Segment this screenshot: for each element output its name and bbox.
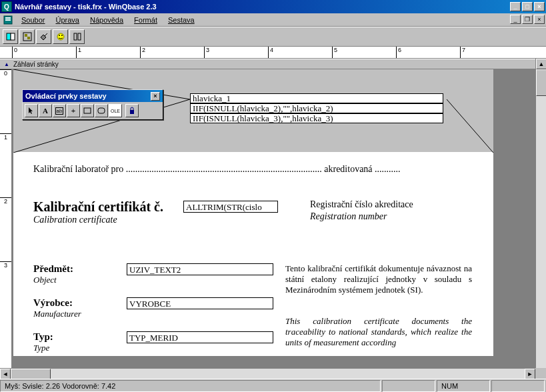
status-ins: [382, 380, 435, 392]
diag-right-icon: [447, 99, 493, 153]
svg-rect-17: [84, 108, 91, 113]
label-object[interactable]: Object: [33, 275, 57, 285]
menu-sestava[interactable]: Sestava: [163, 15, 200, 25]
statusbar: Myš: Svisle: 2.26 Vodorovně: 7.42 NUM: [0, 379, 546, 392]
tool-label[interactable]: A: [39, 104, 52, 117]
svg-rect-4: [11, 33, 15, 40]
mdi-minimize-button[interactable]: _: [510, 15, 521, 24]
scroll-right-button[interactable]: ►: [525, 369, 535, 379]
svg-rect-18: [98, 108, 105, 113]
menubar: Soubor Úprava Nápověda Formát Sestava _ …: [0, 13, 546, 27]
scroll-left-button[interactable]: ◄: [0, 369, 11, 379]
label-type[interactable]: Type: [33, 343, 49, 353]
text-para2[interactable]: This calibration certificate documents t…: [285, 316, 472, 348]
expr-hlavicka2[interactable]: IIF(ISNULL(hlavicka_2),"",hlavicka_2): [190, 103, 443, 113]
toolbar-layout-button[interactable]: [69, 29, 85, 44]
maximize-button[interactable]: □: [522, 2, 533, 11]
label-cert-sub[interactable]: Calibration certificate: [33, 215, 117, 225]
label-vyrobce[interactable]: Výrobce:: [33, 297, 73, 309]
label-cert-title[interactable]: Kalibrační certifikát č.: [33, 199, 163, 215]
toolbox-window[interactable]: Ovládací prvky sestavy × A ab + OLE: [22, 89, 163, 120]
toolbar-data-env-button[interactable]: [3, 29, 18, 44]
toolbar-color-button[interactable]: [53, 29, 68, 44]
tool-ole[interactable]: OLE: [109, 104, 122, 117]
svg-line-8: [45, 33, 47, 36]
tool-roundrect[interactable]: [95, 104, 108, 117]
scrollbar-horizontal[interactable]: ◄ ►: [0, 368, 535, 379]
close-button[interactable]: ×: [534, 2, 545, 11]
svg-rect-12: [74, 33, 77, 40]
toolbox-titlebar[interactable]: Ovládací prvky sestavy ×: [23, 90, 163, 102]
label-reg-sub[interactable]: Registration number: [310, 211, 387, 222]
label-typ[interactable]: Typ:: [33, 331, 53, 343]
field-uziv[interactable]: UZIV_TEXT2: [127, 263, 273, 275]
status-mouse: Myš: Svisle: 2.26 Vodorovně: 7.42: [0, 380, 381, 392]
field-cislo[interactable]: ALLTRIM(STR(cislo: [183, 201, 278, 213]
field-typ[interactable]: TYP_MERID: [127, 331, 273, 343]
expr-hlavicka3[interactable]: IIF(ISNULL(hlavicka_3),"",hlavicka_3): [190, 113, 443, 123]
svg-point-11: [61, 35, 63, 36]
text-para1[interactable]: Tento kalibrační certifikát dokumentuje …: [285, 263, 472, 295]
svg-rect-3: [7, 33, 11, 40]
mdi-close-button[interactable]: ×: [534, 15, 545, 24]
toolbar-tools-button[interactable]: [36, 29, 51, 44]
label-lab-pro[interactable]: Kalibrační laboratoř pro ...............…: [33, 164, 401, 175]
app-icon: Q: [1, 1, 12, 12]
menu-format[interactable]: Formát: [129, 15, 163, 25]
toolbar: [0, 27, 546, 47]
band-header-label: Záhlaví stránky: [13, 61, 59, 68]
svg-rect-19: [130, 110, 134, 114]
svg-rect-1: [5, 17, 11, 19]
report-icon: [3, 15, 13, 25]
label-manufacturer[interactable]: Manufacturer: [33, 309, 81, 319]
tool-rectangle[interactable]: [81, 104, 94, 117]
status-num: NUM: [437, 380, 490, 392]
scrollbar-vertical[interactable]: ▲ ▼: [535, 59, 546, 379]
scroll-corner: [535, 368, 546, 379]
scroll-v-thumb[interactable]: [536, 69, 546, 96]
svg-rect-2: [5, 19, 11, 21]
toolbox-close-button[interactable]: ×: [151, 92, 160, 101]
expr-hlavicka1[interactable]: hlavicka_1: [190, 93, 443, 103]
mdi-restore-button[interactable]: ❐: [522, 15, 533, 24]
band-arrow-icon: ▲: [4, 61, 9, 67]
tool-lock[interactable]: [125, 104, 139, 117]
toolbar-grouping-button[interactable]: [19, 29, 35, 44]
svg-point-10: [59, 35, 60, 36]
minimize-button[interactable]: _: [510, 2, 521, 11]
menu-uprava[interactable]: Úprava: [50, 15, 84, 25]
band-header[interactable]: ▲ Záhlaví stránky: [0, 59, 546, 69]
field-vyrobce[interactable]: VYROBCE: [127, 297, 273, 309]
label-reg-title[interactable]: Registrační číslo akreditace: [310, 199, 413, 210]
menu-soubor[interactable]: Soubor: [16, 15, 50, 25]
label-predmet[interactable]: Předmět:: [33, 263, 73, 275]
toolbox-title-text: Ovládací prvky sestavy: [25, 92, 107, 100]
svg-rect-7: [27, 37, 30, 39]
svg-rect-6: [25, 34, 27, 37]
tool-line[interactable]: +: [67, 104, 80, 117]
scroll-h-thumb[interactable]: [11, 369, 51, 379]
svg-rect-13: [78, 33, 81, 40]
menu-napoveda[interactable]: Nápověda: [85, 15, 129, 25]
titlebar-text: Návrhář sestavy - tisk.frx - WinQbase 2.…: [15, 3, 509, 11]
status-caps: [491, 380, 545, 392]
tool-field[interactable]: ab: [53, 104, 66, 117]
titlebar: Q Návrhář sestavy - tisk.frx - WinQbase …: [0, 0, 546, 13]
tool-pointer[interactable]: [25, 104, 38, 117]
ruler-vertical: 0 1 2 3: [0, 69, 12, 377]
svg-line-16: [447, 99, 493, 153]
ruler-horizontal: 0 1 2 3 4 5 6 7: [0, 47, 546, 59]
scroll-up-button[interactable]: ▲: [536, 59, 546, 69]
